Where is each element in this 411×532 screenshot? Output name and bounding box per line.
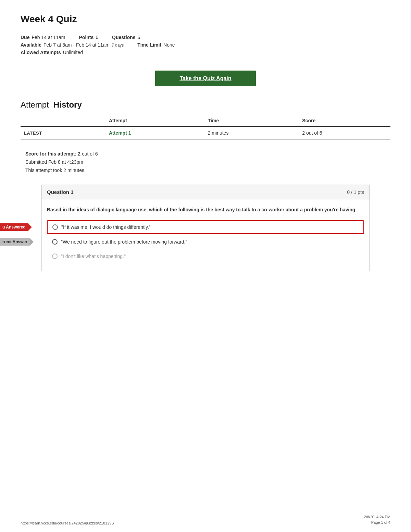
answer-row-1: u Answered "If it was me, I would do thi… [47, 220, 364, 234]
footer-page: Page 1 of 4 [364, 520, 390, 525]
questions-label: Questions [112, 35, 135, 40]
answer-option-1: "If it was me, I would do things differe… [47, 220, 364, 234]
you-answered-arrow [28, 224, 32, 231]
answer-row-2: rrect Answer "We need to figure out the … [47, 235, 364, 248]
you-answered-label: u Answered [0, 223, 32, 231]
divider-mid [21, 60, 390, 60]
attempt-table: Attempt Time Score LATEST Attempt 1 2 mi… [21, 115, 390, 139]
question-header: Question 1 0 / 1 pts [41, 185, 370, 199]
radio-circle-1 [52, 224, 58, 230]
score-val: 2 [78, 151, 80, 157]
options-section: u Answered "If it was me, I would do thi… [47, 220, 364, 263]
question-block-1: Question 1 0 / 1 pts Based in the ideas … [41, 185, 370, 271]
time-limit-label: Time Limit [137, 42, 161, 48]
answer-text-1: "If it was me, I would do things differe… [61, 224, 151, 230]
attempt-history-title-bold: History [53, 100, 82, 109]
question-title: Question 1 [47, 189, 74, 195]
you-answered-tag: u Answered [0, 223, 28, 231]
question-body: Based in the ideas of dialogic language … [41, 199, 370, 271]
page-title: Week 4 Quiz [21, 14, 390, 25]
table-row: LATEST Attempt 1 2 minutes 2 out of 6 [21, 126, 390, 139]
available-duration: 7 days [112, 43, 124, 48]
score-total: out of 6 [82, 151, 98, 157]
attempt-row-label: LATEST [21, 126, 105, 139]
take-quiz-button[interactable]: Take the Quiz Again [155, 71, 256, 86]
points-label: Points [79, 35, 94, 40]
footer: https://learn.vccs.edu/courses/242025/qu… [21, 515, 390, 525]
time-limit-value: None [163, 42, 175, 48]
score-section: Score for this attempt: 2 out of 6 Submi… [21, 147, 390, 178]
col-header-score: Score [299, 115, 390, 126]
answer-option-2: "We need to figure out the problem befor… [47, 235, 364, 248]
quiz-meta: Due Feb 14 at 11am Points 6 Questions 6 … [21, 35, 390, 55]
score-for-label: Score for this attempt: [25, 151, 76, 157]
radio-circle-2 [52, 239, 58, 245]
submitted-line: Submitted Feb 8 at 4:23pm [25, 158, 386, 166]
allowed-value: Unlimited [63, 50, 83, 55]
available-value: Feb 7 at 8am - Feb 14 at 11am [43, 42, 110, 48]
attempt-row-time: 2 minutes [204, 126, 299, 139]
question-pts: 0 / 1 pts [347, 189, 364, 195]
question-text: Based in the ideas of dialogic language … [47, 206, 364, 213]
attempt-row-score: 2 out of 6 [299, 126, 390, 139]
footer-info: 2/8/20, 4:24 PM Page 1 of 4 [364, 515, 390, 525]
answer-row-3: "I don't like what's happening." [47, 250, 364, 263]
answer-option-3: "I don't like what's happening." [47, 250, 364, 263]
points-value: 6 [96, 35, 98, 40]
attempt-history-title-regular: Attempt [21, 100, 49, 109]
footer-url: https://learn.vccs.edu/courses/242025/qu… [21, 521, 114, 525]
correct-answer-arrow [30, 238, 34, 245]
divider-score [21, 139, 390, 140]
due-value: Feb 14 at 11am [32, 35, 65, 40]
table-header-row: Attempt Time Score [21, 115, 390, 126]
questions-value: 6 [138, 35, 140, 40]
col-header-time: Time [204, 115, 299, 126]
attempt-history-title: Attempt History [21, 100, 390, 110]
due-label: Due [21, 35, 29, 40]
answer-text-2: "We need to figure out the problem befor… [61, 239, 187, 245]
allowed-label: Allowed Attempts [21, 50, 61, 55]
available-label: Available [21, 42, 41, 48]
radio-circle-3 [52, 253, 58, 259]
score-line: Score for this attempt: 2 out of 6 [25, 150, 386, 158]
correct-answer-tag: rrect Answer [0, 238, 30, 246]
attempt-link[interactable]: Attempt 1 [109, 130, 131, 136]
divider-top [21, 29, 390, 29]
footer-date: 2/8/20, 4:24 PM [364, 515, 390, 520]
took-line: This attempt took 2 minutes. [25, 166, 386, 175]
answer-text-3: "I don't like what's happening." [61, 253, 126, 259]
attempt-row-attempt[interactable]: Attempt 1 [105, 126, 204, 139]
correct-answer-label: rrect Answer [0, 238, 34, 246]
col-header-attempt: Attempt [105, 115, 204, 126]
col-header-label [21, 115, 105, 126]
